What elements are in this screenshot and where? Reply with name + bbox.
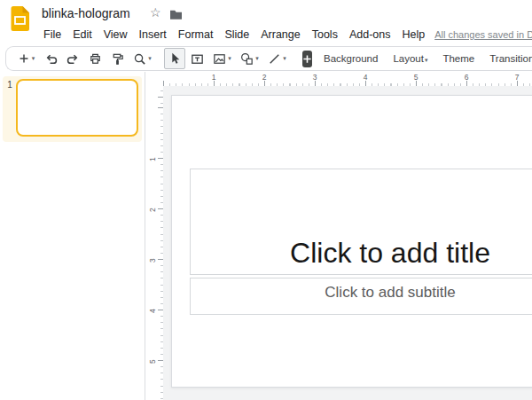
horizontal-ruler: 1 2 3 4 5 6 7 bbox=[163, 72, 532, 86]
vruler-label: 3 bbox=[148, 254, 157, 263]
zoom-caret-icon: ▾ bbox=[148, 55, 152, 62]
select-tool-button[interactable] bbox=[164, 48, 185, 69]
line-caret-icon: ▾ bbox=[283, 55, 286, 62]
workspace: 1 1 2 3 4 5 1 2 3 4 5 6 7 bbox=[0, 72, 532, 400]
new-slide-button[interactable]: ▾ bbox=[12, 48, 39, 69]
hruler-label: 5 bbox=[414, 73, 419, 82]
slide-canvas: Click to add title Click to add subtitle bbox=[163, 86, 532, 400]
slide-filmstrip: 1 bbox=[0, 72, 145, 400]
redo-button[interactable] bbox=[62, 48, 83, 69]
hruler-label: 1 bbox=[212, 73, 216, 82]
hruler-label: 7 bbox=[515, 73, 520, 82]
text-box-button[interactable] bbox=[186, 48, 207, 69]
vruler-label: 4 bbox=[148, 304, 157, 313]
editor-area: 1 2 3 4 5 6 7 Click to add title Click t… bbox=[163, 72, 532, 400]
subtitle-placeholder-text: Click to add subtitle bbox=[325, 284, 455, 302]
paint-format-button[interactable] bbox=[106, 48, 128, 69]
toolbar: ▾ ▾ bbox=[5, 46, 532, 71]
hruler-label: 2 bbox=[262, 73, 267, 82]
menu-item-file[interactable]: File bbox=[42, 27, 63, 42]
menu-item-help[interactable]: Help bbox=[400, 27, 426, 42]
shape-caret-icon: ▾ bbox=[255, 55, 259, 62]
insert-shape-button[interactable]: ▾ bbox=[236, 48, 262, 69]
hruler-label: 3 bbox=[313, 73, 317, 82]
star-icon[interactable]: ☆ bbox=[150, 5, 161, 20]
transition-button[interactable]: Transition bbox=[482, 48, 532, 69]
menu-item-view[interactable]: View bbox=[102, 27, 129, 42]
menu-item-slide[interactable]: Slide bbox=[223, 27, 251, 42]
undo-button[interactable] bbox=[40, 48, 61, 69]
zoom-button[interactable]: ▾ bbox=[129, 48, 155, 69]
menu-item-insert[interactable]: Insert bbox=[137, 27, 168, 42]
title-placeholder[interactable]: Click to add title bbox=[190, 169, 532, 275]
google-slides-app: blinka-hologram ☆ File Edit View Insert … bbox=[0, 0, 532, 400]
insert-comment-button[interactable] bbox=[302, 51, 312, 67]
insert-line-button[interactable]: ▾ bbox=[263, 48, 290, 69]
vruler-label: 5 bbox=[148, 355, 157, 364]
layout-caret-icon: ▾ bbox=[425, 57, 428, 63]
move-folder-icon[interactable] bbox=[169, 8, 183, 24]
new-slide-caret-icon: ▾ bbox=[32, 55, 35, 62]
menu-item-format[interactable]: Format bbox=[176, 27, 215, 42]
slide-page[interactable]: Click to add title Click to add subtitle bbox=[171, 95, 532, 388]
vertical-ruler: 1 2 3 4 5 bbox=[146, 86, 163, 400]
save-status-link[interactable]: All changes saved in Drive bbox=[434, 29, 532, 40]
menu-item-edit[interactable]: Edit bbox=[71, 27, 94, 42]
slides-logo-icon[interactable] bbox=[11, 6, 29, 31]
slide-number: 1 bbox=[4, 79, 16, 137]
image-caret-icon: ▾ bbox=[228, 55, 231, 62]
subtitle-placeholder[interactable]: Click to add subtitle bbox=[190, 278, 532, 315]
slide-thumbnail-cell[interactable]: 1 bbox=[3, 76, 142, 142]
slide-1-thumbnail[interactable] bbox=[16, 79, 138, 137]
menu-item-addons[interactable]: Add-ons bbox=[348, 27, 393, 42]
hruler-label: 6 bbox=[465, 73, 469, 82]
layout-button[interactable]: Layout▾ bbox=[386, 48, 434, 69]
document-title[interactable]: blinka-hologram bbox=[42, 6, 130, 20]
insert-image-button[interactable]: ▾ bbox=[208, 48, 235, 69]
vruler-label: 2 bbox=[148, 203, 157, 212]
theme-button[interactable]: Theme bbox=[435, 48, 481, 69]
hruler-label: 4 bbox=[364, 73, 368, 82]
menu-item-arrange[interactable]: Arrange bbox=[259, 27, 301, 42]
print-button[interactable] bbox=[84, 48, 106, 69]
vruler-label: 1 bbox=[148, 153, 157, 161]
menu-bar: File Edit View Insert Format Slide Arran… bbox=[42, 27, 525, 42]
background-button[interactable]: Background bbox=[317, 48, 385, 69]
menu-item-tools[interactable]: Tools bbox=[310, 27, 340, 42]
title-placeholder-text: Click to add title bbox=[290, 237, 490, 270]
top-bar: blinka-hologram ☆ File Edit View Insert … bbox=[0, 0, 532, 46]
layout-button-label: Layout bbox=[393, 53, 424, 64]
